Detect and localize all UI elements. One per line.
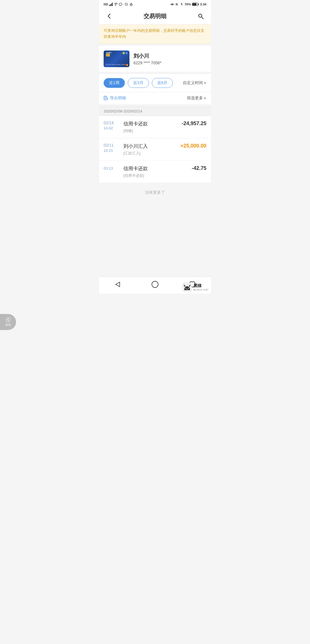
svg-point-27 [186, 288, 187, 289]
svg-text:N: N [176, 3, 178, 6]
notice-banner: 可查询活期账户一年内的交易明细，交易对手的账户信息仅支持查询半年内 [99, 24, 211, 44]
search-button[interactable] [196, 11, 205, 21]
tx-info-2: 刘小川汇入 [汇款汇入] [123, 143, 175, 156]
custom-time-button[interactable]: 自定义时间 [183, 80, 206, 86]
no-more-text: 没有更多了 [99, 183, 211, 202]
export-icon [104, 96, 108, 100]
transaction-list: 02/14 14:42 信用卡还款 [转账] -24,957.25 02/11 … [99, 116, 211, 183]
nav-back-button[interactable] [113, 280, 122, 289]
svg-rect-3 [112, 3, 113, 6]
tx-info-3: 信用卡还款 [信用卡还款] [123, 165, 175, 178]
actions-row: 导出明细 筛选更多 [99, 92, 211, 104]
filter-section: 近1周 近3月 近6月 自定义时间 [99, 74, 211, 92]
battery-level: 70% [185, 3, 191, 6]
svg-point-6 [121, 4, 121, 5]
bottom-nav: 黑猫 BLACK CAT [99, 277, 211, 294]
blackcat-name: 黑猫 [193, 283, 209, 288]
tx-time-2: 10:15 [104, 148, 119, 153]
account-info: 刘小川 6229 **** 7056* [133, 53, 206, 65]
table-row[interactable]: 02/11 10:15 刘小川汇入 [汇款汇入] +25,000.00 [99, 138, 211, 161]
filter-6month-button[interactable]: 近6月 [152, 78, 173, 88]
tx-name-3: 信用卡还款 [123, 165, 175, 172]
custom-time-label: 自定义时间 [183, 80, 203, 86]
tx-type-1: [转账] [123, 128, 175, 133]
tx-amount-3: -42.75 [175, 165, 206, 171]
status-right: N 70% 3:34 [170, 3, 206, 6]
battery-icon [192, 3, 199, 6]
svg-point-11 [172, 4, 173, 5]
nav-back-icon [114, 281, 121, 288]
time-display: 3:34 [200, 3, 206, 6]
svg-point-5 [120, 4, 121, 5]
chevron-right-icon2 [204, 97, 206, 100]
page-title: 交易明细 [114, 12, 196, 20]
blackcat-text-group: 黑猫 BLACK CAT [193, 283, 209, 291]
nav-home-button[interactable] [150, 280, 160, 289]
account-number: 6229 **** 7056* [133, 61, 206, 65]
tx-date-2: 02/11 [104, 143, 119, 148]
svg-rect-1 [110, 4, 111, 6]
signal-icon [109, 3, 113, 6]
tx-time-3: 03:13 [104, 166, 119, 170]
nav-home-icon [151, 281, 159, 288]
message-icon [124, 3, 128, 6]
tx-info-1: 信用卡还款 [转账] [123, 121, 175, 133]
eye-icon [170, 3, 174, 6]
table-row[interactable]: 03:13 信用卡还款 [信用卡还款] -42.75 [99, 161, 211, 183]
export-button[interactable]: 导出明细 [104, 96, 126, 101]
export-label: 导出明细 [110, 96, 126, 101]
tx-time-1: 14:42 [104, 126, 119, 130]
bank-card-image: 622908 8888 88888 88888 兴业银行 [104, 51, 129, 67]
date-range-header: 2020/02/08-2020/02/14 [99, 106, 211, 116]
filter-more-label: 筛选更多 [187, 96, 203, 101]
tx-amount-1: -24,957.25 [175, 121, 206, 127]
back-button[interactable] [105, 11, 114, 21]
account-name: 刘小川 [133, 53, 206, 59]
nfc-icon: N [175, 3, 179, 6]
svg-rect-0 [109, 5, 110, 6]
svg-point-9 [126, 4, 127, 5]
svg-marker-23 [116, 282, 120, 287]
wechat-icon [119, 3, 123, 6]
filter-week-button[interactable]: 近1周 [104, 78, 125, 88]
tx-type-2: [汇款汇入] [123, 151, 175, 156]
tx-datetime-2: 02/11 10:15 [104, 143, 119, 153]
tx-name-2: 刘小川汇入 [123, 143, 175, 150]
tx-date-1: 02/14 [104, 121, 119, 125]
notice-text: 可查询活期账户一年内的交易明细，交易对手的账户信息仅支持查询半年内 [104, 28, 204, 39]
filter-3month-button[interactable]: 近3月 [128, 78, 149, 88]
svg-rect-14 [192, 3, 196, 5]
account-section: 622908 8888 88888 88888 兴业银行 刘小川 6229 **… [99, 46, 211, 72]
table-row[interactable]: 02/14 14:42 信用卡还款 [转账] -24,957.25 [99, 116, 211, 138]
svg-point-24 [152, 281, 158, 288]
tx-amount-2: +25,000.00 [175, 143, 206, 149]
blackcat-watermark: 黑猫 BLACK CAT [180, 281, 211, 294]
status-left: HD [104, 3, 133, 6]
svg-rect-15 [198, 4, 199, 5]
filter-more-button[interactable]: 筛选更多 [187, 96, 206, 101]
date-range-text: 2020/02/08-2020/02/14 [104, 109, 142, 113]
hand-icon [129, 3, 133, 6]
blackcat-icon [182, 282, 192, 292]
svg-point-4 [119, 3, 122, 6]
wifi-icon [114, 3, 118, 6]
blackcat-sub: BLACK CAT [193, 288, 209, 291]
silent-icon [180, 3, 183, 6]
tx-datetime-3: 03:13 [104, 165, 119, 170]
svg-point-10 [127, 4, 127, 5]
chevron-right-icon [204, 82, 206, 84]
tx-name-1: 信用卡还款 [123, 121, 175, 127]
page-header: 交易明细 [99, 8, 211, 24]
status-bar: HD N [99, 0, 211, 8]
svg-line-17 [202, 17, 203, 19]
svg-point-8 [125, 4, 126, 5]
card-chip [106, 53, 110, 57]
empty-space: 返回 [99, 202, 211, 271]
svg-rect-2 [111, 3, 112, 6]
svg-point-28 [188, 288, 189, 289]
hd-label: HD [104, 3, 108, 6]
tx-datetime-1: 02/14 14:42 [104, 121, 119, 130]
tx-type-3: [信用卡还款] [123, 173, 175, 178]
